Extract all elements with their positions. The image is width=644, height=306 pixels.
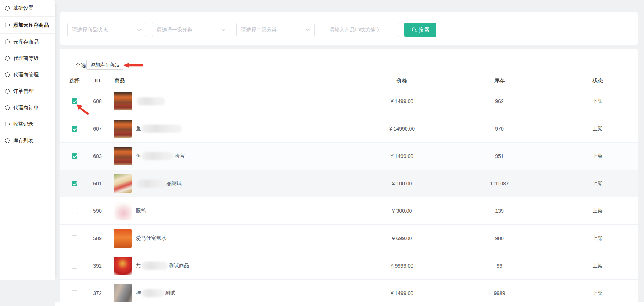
redacted-text-blur <box>142 289 164 297</box>
product-status-select[interactable]: 请选择商品状态 <box>67 23 146 37</box>
sidebar-item-3[interactable]: 代理商等级 <box>0 50 55 67</box>
col-header-stock: 库存 <box>494 78 505 84</box>
select-all-label: 全选 <box>76 62 86 69</box>
product-image <box>114 229 132 248</box>
product-stock: 9989 <box>494 290 505 296</box>
product-status: 上架 <box>593 180 603 187</box>
add-stock-product-button[interactable]: 添加库存商品 <box>86 60 123 70</box>
product-stock: 139 <box>495 208 503 214</box>
row-checkbox[interactable] <box>72 126 77 132</box>
product-status: 上架 <box>593 153 603 159</box>
product-name-visible-prefix: 鱼 <box>136 153 141 159</box>
product-id: 590 <box>93 208 101 214</box>
redacted-text-blur <box>137 180 166 188</box>
chevron-down-icon <box>306 29 310 31</box>
product-image <box>114 120 132 138</box>
chevron-down-icon <box>137 29 141 31</box>
product-id: 392 <box>93 263 101 269</box>
sidebar: 基础设置 添加云库存商品 云库存商品 代理商等级 代理商管理 订单管理 代理商订… <box>0 0 55 280</box>
row-checkbox[interactable] <box>72 235 77 241</box>
row-checkbox[interactable] <box>72 181 77 186</box>
circle-icon <box>5 89 10 94</box>
sidebar-item-label: 订单管理 <box>13 88 34 95</box>
sidebar-item-label: 代理商管理 <box>13 72 39 78</box>
sidebar-item-5[interactable]: 订单管理 <box>0 83 55 99</box>
sidebar-item-label: 库存列表 <box>13 137 34 144</box>
circle-icon <box>5 56 10 61</box>
product-status-placeholder: 请选择商品状态 <box>72 27 108 33</box>
product-status: 上架 <box>593 208 603 214</box>
select-all-checkbox[interactable] <box>68 63 73 68</box>
table-row: 601 品测试 ¥ 100.00 1111087 上架 <box>60 170 638 197</box>
bottom-strip <box>55 302 644 306</box>
product-price: ¥ 1499.00 <box>391 98 413 104</box>
row-checkbox[interactable] <box>72 263 77 269</box>
sidebar-item-6[interactable]: 代理商订单 <box>0 99 55 116</box>
product-id: 589 <box>93 235 101 241</box>
table-row: 608 ¥ 1499.00 962 下架 <box>60 88 638 115</box>
red-arrow-annotation <box>123 62 144 68</box>
product-table-card: 全选 添加库存商品 选择 ID 商品 价格 库存 状态 608 ¥ 1499.0… <box>60 49 638 306</box>
search-icon <box>411 27 417 33</box>
chevron-down-icon <box>221 29 226 31</box>
row-checkbox[interactable] <box>72 208 77 214</box>
table-row: 590 眼笔 ¥ 300.00 139 上架 <box>60 197 638 225</box>
keyword-placeholder: 请输入商品ID或关键字 <box>329 27 380 33</box>
product-name: 鱼 验官 <box>136 152 185 160</box>
sidebar-item-8[interactable]: 库存列表 <box>0 132 55 149</box>
product-price: ¥ 300.00 <box>392 208 412 214</box>
product-stock: 980 <box>495 235 503 241</box>
search-button[interactable]: 搜索 <box>404 23 436 37</box>
product-name-visible-prefix: 共 <box>136 262 141 269</box>
table-row: 589 爱马仕富氢水 ¥ 699.00 980 上架 <box>60 225 638 252</box>
col-header-status: 状态 <box>593 78 603 84</box>
product-stock: 1111087 <box>490 181 509 186</box>
product-name: 挂 测试 <box>136 289 175 297</box>
category1-select[interactable]: 请选择一级分类 <box>152 23 230 37</box>
table-row: 392 共 测试商品 ¥ 9999.00 99 上架 <box>60 252 638 280</box>
product-price: ¥ 14990.00 <box>389 126 415 132</box>
sidebar-item-0[interactable]: 基础设置 <box>0 0 55 17</box>
sidebar-item-label: 代理商等级 <box>13 55 39 62</box>
redacted-text-blur <box>142 262 168 270</box>
redacted-text-blur <box>137 97 165 105</box>
product-stock: 99 <box>497 263 502 269</box>
category2-select[interactable]: 请选择二级分类 <box>236 23 315 37</box>
sidebar-item-label: 收益记录 <box>13 121 34 128</box>
product-status: 上架 <box>593 290 603 296</box>
product-name-visible-prefix: 爱马仕富氢水 <box>136 235 166 242</box>
product-image <box>114 202 132 220</box>
product-name-visible-prefix: 挂 <box>136 290 141 296</box>
sidebar-item-4[interactable]: 代理商管理 <box>0 67 55 83</box>
circle-icon <box>5 23 10 27</box>
filter-card: 请选择商品状态 请选择一级分类 请选择二级分类 请输入商品ID或关键字 搜索 <box>60 12 638 45</box>
product-stock: 962 <box>495 98 503 104</box>
product-price: ¥ 9999.00 <box>391 263 413 269</box>
sidebar-item-1[interactable]: 添加云库存商品 <box>0 17 55 34</box>
circle-icon <box>5 6 10 11</box>
category2-placeholder: 请选择二级分类 <box>241 27 277 33</box>
product-image <box>114 257 132 275</box>
product-price: ¥ 1499.00 <box>391 153 413 159</box>
product-image <box>114 284 132 302</box>
col-header-price: 价格 <box>397 78 407 84</box>
product-name-visible-prefix: 眼笔 <box>136 208 146 214</box>
product-status: 上架 <box>593 262 603 269</box>
product-id: 608 <box>93 98 101 104</box>
category1-placeholder: 请选择一级分类 <box>157 27 192 33</box>
sidebar-item-7[interactable]: 收益记录 <box>0 116 55 132</box>
row-checkbox[interactable] <box>72 153 77 159</box>
product-name-visible-suffix: 验官 <box>175 153 185 159</box>
col-header-select: 选择 <box>69 78 80 84</box>
row-checkbox[interactable] <box>72 290 77 296</box>
product-name: 鱼 <box>136 125 183 133</box>
circle-icon <box>5 122 10 126</box>
product-name: 共 测试商品 <box>136 262 189 270</box>
keyword-input[interactable]: 请输入商品ID或关键字 <box>325 23 399 37</box>
sidebar-item-2[interactable]: 云库存商品 <box>0 34 55 50</box>
product-price: ¥ 699.00 <box>392 235 412 241</box>
product-image <box>114 174 132 193</box>
row-checkbox[interactable] <box>72 98 77 104</box>
search-button-label: 搜索 <box>419 27 429 33</box>
product-stock: 951 <box>495 153 503 159</box>
